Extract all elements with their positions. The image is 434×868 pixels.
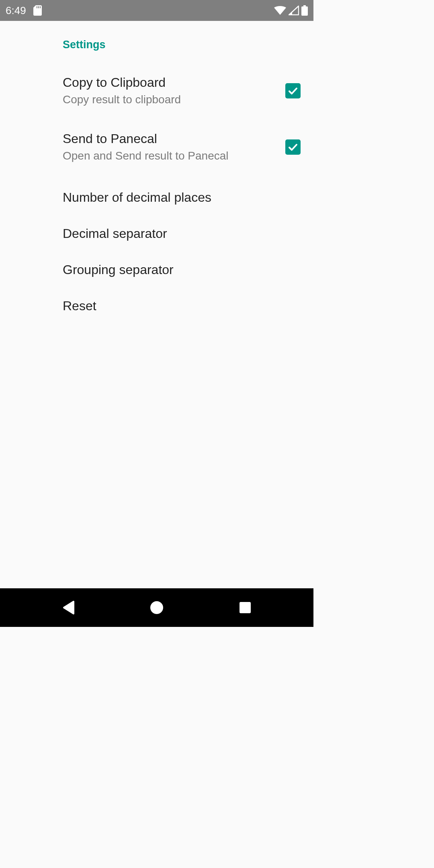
status-bar: 6:49: [0, 0, 313, 21]
setting-text-group: Copy to Clipboard Copy result to clipboa…: [63, 74, 285, 107]
setting-subtitle: Open and Send result to Panecal: [63, 148, 285, 164]
recents-square-icon: [239, 601, 252, 614]
setting-number-of-decimal-places[interactable]: Number of decimal places: [0, 180, 313, 216]
setting-title: Copy to Clipboard: [63, 74, 285, 91]
home-circle-icon: [149, 600, 164, 615]
setting-text-group: Number of decimal places: [63, 189, 301, 206]
checkbox-send-to-panecal[interactable]: [285, 139, 301, 155]
svg-rect-0: [37, 6, 37, 8]
checkbox-copy-to-clipboard[interactable]: [285, 83, 301, 98]
navigation-bar: [0, 588, 313, 627]
section-title: Settings: [0, 31, 313, 58]
svg-rect-3: [303, 5, 306, 6]
nav-back-button[interactable]: [44, 596, 92, 620]
spacer: [0, 115, 313, 123]
sd-card-icon: [33, 5, 42, 16]
setting-decimal-separator[interactable]: Decimal separator: [0, 216, 313, 252]
status-right-group: [274, 5, 308, 16]
svg-point-5: [150, 601, 163, 614]
setting-text-group: Reset: [63, 298, 301, 315]
cell-signal-icon: [289, 6, 299, 15]
status-time: 6:49: [6, 4, 26, 17]
status-left-group: 6:49: [6, 4, 42, 17]
setting-reset[interactable]: Reset: [0, 288, 313, 324]
setting-title: Send to Panecal: [63, 131, 285, 147]
svg-rect-4: [301, 6, 308, 16]
checkmark-icon: [287, 85, 299, 96]
svg-rect-1: [38, 6, 39, 8]
setting-send-to-panecal[interactable]: Send to Panecal Open and Send result to …: [0, 123, 313, 171]
spacer: [0, 58, 313, 67]
nav-home-button[interactable]: [133, 596, 181, 620]
back-triangle-icon: [61, 600, 75, 615]
nav-recents-button[interactable]: [221, 596, 269, 620]
setting-title: Reset: [63, 298, 301, 315]
setting-title: Decimal separator: [63, 225, 301, 242]
setting-title: Number of decimal places: [63, 189, 301, 206]
setting-text-group: Grouping separator: [63, 262, 301, 278]
setting-copy-to-clipboard[interactable]: Copy to Clipboard Copy result to clipboa…: [0, 67, 313, 115]
spacer: [0, 171, 313, 180]
settings-content: Settings Copy to Clipboard Copy result t…: [0, 21, 313, 588]
setting-title: Grouping separator: [63, 262, 301, 278]
setting-text-group: Send to Panecal Open and Send result to …: [63, 131, 285, 163]
svg-rect-2: [40, 6, 41, 8]
checkmark-icon: [287, 141, 299, 153]
setting-grouping-separator[interactable]: Grouping separator: [0, 252, 313, 288]
setting-text-group: Decimal separator: [63, 225, 301, 242]
svg-rect-6: [240, 602, 251, 613]
setting-subtitle: Copy result to clipboard: [63, 92, 285, 107]
wifi-icon: [274, 6, 286, 15]
battery-icon: [301, 5, 308, 16]
